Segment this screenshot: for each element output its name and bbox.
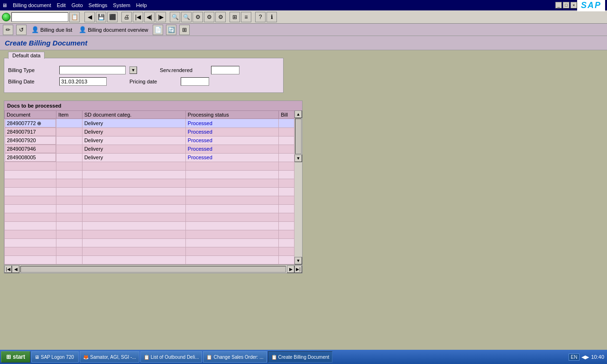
menu-billing-document[interactable]: Billing document: [13, 2, 51, 8]
start-button[interactable]: ⊞ start: [1, 351, 30, 363]
billing-date-label: Billing Date: [8, 79, 55, 84]
billing-type-select-button[interactable]: ▼: [129, 66, 137, 74]
close-button[interactable]: ×: [570, 2, 577, 9]
windows-icon: ⊞: [6, 354, 11, 360]
table-row-empty: [5, 230, 294, 239]
list-button[interactable]: ≡: [241, 12, 251, 22]
person-icon: 👤: [31, 26, 39, 33]
back-button[interactable]: ◀: [84, 12, 95, 22]
title-bar: 🖥 Billing document Edit Goto Settings Sy…: [0, 0, 607, 10]
hscroll-track[interactable]: [20, 266, 286, 273]
taskbar-item-billing[interactable]: 📋 Create Billing Document: [268, 351, 333, 363]
scroll-down-button[interactable]: ▼: [294, 257, 302, 264]
doc-button[interactable]: 📄: [153, 25, 163, 35]
person2-icon: 👤: [79, 26, 86, 33]
col-bill: Bill: [279, 111, 294, 119]
hscroll-right-far-button[interactable]: ▶|: [294, 265, 302, 273]
cell-empty: [82, 239, 185, 247]
billing-doc-overview-button[interactable]: 👤 Billing document overview: [77, 25, 150, 34]
cell-empty: [5, 196, 56, 205]
command-input[interactable]: [11, 12, 68, 22]
info-button[interactable]: ℹ: [267, 12, 277, 22]
grid-button[interactable]: ⊞: [230, 12, 240, 22]
refresh-button[interactable]: ↺: [16, 25, 27, 35]
cell-empty: [185, 222, 278, 230]
menu-help[interactable]: Help: [136, 2, 147, 8]
cell-document: 2849007920: [5, 136, 56, 145]
cell-empty: [279, 171, 294, 179]
ok-button[interactable]: [2, 13, 10, 21]
nav-extra-button[interactable]: 🔄: [166, 25, 176, 35]
taskbar-sales-icon: 📋: [206, 355, 212, 360]
menu-settings[interactable]: Settings: [89, 2, 108, 8]
tool3-button[interactable]: ⚙: [215, 12, 226, 22]
processed-link[interactable]: Processed: [188, 146, 212, 152]
find-next-button[interactable]: 🔍: [181, 12, 192, 22]
table-row[interactable]: 2849007917DeliveryProcessed: [5, 127, 294, 136]
cell-status[interactable]: Processed: [185, 127, 278, 136]
cell-empty: [56, 222, 83, 230]
table-panel: Docs to be processed Document Item SD do…: [4, 100, 303, 273]
cell-empty: [82, 171, 185, 179]
table-row[interactable]: 2849007920DeliveryProcessed: [5, 136, 294, 145]
prev-button[interactable]: ◀|: [144, 12, 155, 22]
find-button[interactable]: 🔍: [170, 12, 180, 22]
cell-status[interactable]: Processed: [185, 145, 278, 153]
nav-arrows: ◀▶: [581, 354, 589, 360]
taskbar-samator-label: Samator, AGI, SGI -...: [90, 355, 136, 360]
cell-empty: [279, 188, 294, 196]
pricing-date-input[interactable]: [181, 77, 209, 86]
cell-status[interactable]: Processed: [185, 153, 278, 162]
print-button[interactable]: 🖨: [121, 12, 132, 22]
cell-empty: [279, 213, 294, 222]
table-row-empty: [5, 171, 294, 179]
scroll-down-button-top[interactable]: ▼: [294, 155, 302, 162]
minimize-button[interactable]: _: [555, 2, 562, 9]
tool2-button[interactable]: ⚙: [204, 12, 214, 22]
menu-system[interactable]: System: [113, 2, 130, 8]
pencil-button[interactable]: ✏: [3, 25, 13, 35]
save-button[interactable]: 💾: [96, 12, 106, 22]
table-row[interactable]: 2849008005DeliveryProcessed: [5, 153, 294, 162]
first-button[interactable]: |◀: [133, 12, 143, 22]
processed-link[interactable]: Processed: [188, 120, 212, 126]
cell-empty: [56, 188, 83, 196]
cell-empty: [82, 162, 185, 171]
taskbar-item-sap-logon[interactable]: 🖥 SAP Logon 720: [31, 351, 79, 363]
cell-status[interactable]: Processed: [185, 119, 278, 128]
hscroll-left-button[interactable]: ◀: [12, 265, 19, 273]
stop-button[interactable]: ⬛: [107, 12, 118, 22]
cell-bill: [279, 127, 294, 136]
processed-link[interactable]: Processed: [188, 129, 212, 135]
table-row[interactable]: 2849007946DeliveryProcessed: [5, 145, 294, 153]
serv-rendered-input[interactable]: [211, 66, 239, 74]
cell-empty: [185, 213, 278, 222]
next-button[interactable]: |▶: [156, 12, 166, 22]
processed-link[interactable]: Processed: [188, 137, 212, 143]
table-row[interactable]: 2849007772⊕DeliveryProcessed: [5, 119, 294, 128]
cell-empty: [5, 230, 56, 239]
hscroll-left-far-button[interactable]: |◀: [4, 265, 12, 273]
tool1-button[interactable]: ⚙: [193, 12, 203, 22]
taskbar-item-sales-order[interactable]: 📋 Change Sales Order: ...: [203, 351, 267, 363]
taskbar-item-samator[interactable]: 🦊 Samator, AGI, SGI -...: [80, 351, 139, 363]
cell-empty: [279, 222, 294, 230]
billing-date-input[interactable]: [59, 77, 107, 86]
billing-due-list-button[interactable]: 👤 Billing due list: [29, 25, 74, 34]
hscroll-right-button[interactable]: ▶: [287, 265, 294, 273]
input-confirm-button[interactable]: 📋: [69, 12, 80, 22]
menu-goto[interactable]: Goto: [72, 2, 83, 8]
taskbar-billing-label: Create Billing Document: [278, 355, 330, 360]
processed-link[interactable]: Processed: [188, 155, 212, 160]
app-icon: 🖥: [2, 2, 7, 8]
maximize-button[interactable]: □: [563, 2, 570, 9]
table-row-empty: [5, 162, 294, 171]
billing-type-input[interactable]: [59, 66, 126, 74]
layout-button[interactable]: ⊞: [179, 25, 190, 35]
table-row-empty: [5, 213, 294, 222]
cell-status[interactable]: Processed: [185, 136, 278, 145]
menu-edit[interactable]: Edit: [57, 2, 66, 8]
help-button[interactable]: ?: [255, 12, 266, 22]
scroll-up-button[interactable]: ▲: [294, 110, 302, 118]
taskbar-item-outbound[interactable]: 📋 List of Outbound Deli...: [140, 351, 202, 363]
